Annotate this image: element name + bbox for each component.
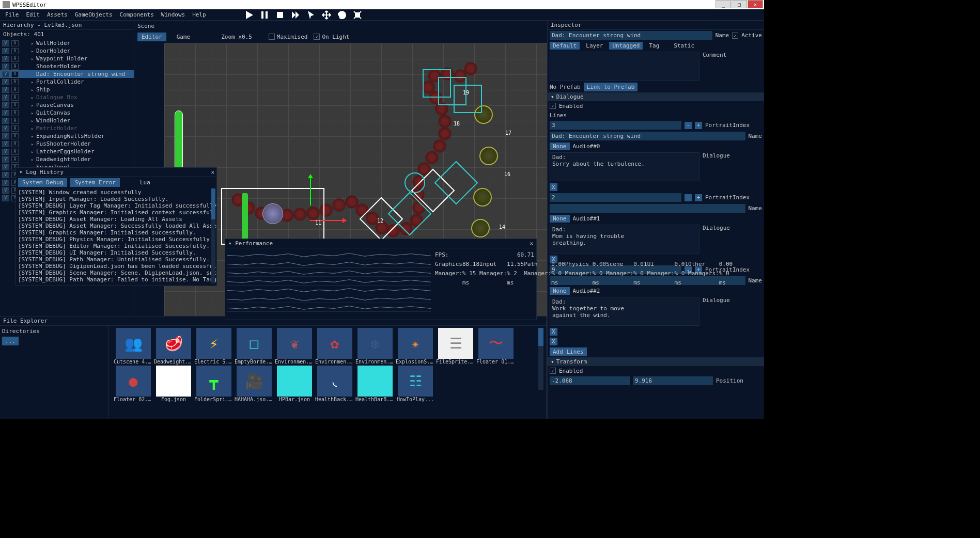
gizmo-y-axis[interactable] (310, 175, 311, 205)
transform-section-header[interactable]: ▾ Transform (548, 357, 764, 366)
stop-icon[interactable] (275, 10, 285, 20)
expand-icon[interactable]: ▸ (31, 80, 36, 85)
active-toggle[interactable]: A (11, 149, 19, 155)
hierarchy-item[interactable]: VA▸WindHolder (0, 117, 134, 124)
asset-item[interactable]: ■Fog.json (154, 366, 193, 402)
asset-item[interactable]: 🎥HAHAHA.jso... (235, 366, 274, 402)
dialogue-text-input[interactable]: Dad: Mom is having trouble breathing. (550, 225, 699, 254)
expand-icon[interactable]: ▸ (31, 141, 36, 147)
position-x-input[interactable] (550, 376, 630, 385)
menu-assets[interactable]: Assets (47, 11, 68, 18)
visibility-toggle[interactable]: V (2, 102, 9, 108)
dialogue-enabled-checkbox[interactable] (550, 103, 556, 109)
asset-item[interactable]: ⚡Electric_S... (194, 328, 234, 365)
visibility-toggle[interactable]: V (2, 156, 9, 163)
hierarchy-item[interactable]: VA▸PauseCanvas (0, 101, 134, 109)
close-button[interactable]: ✕ (748, 0, 763, 8)
active-toggle[interactable]: A (11, 125, 19, 132)
pause-icon[interactable] (259, 10, 270, 20)
tag-untagged[interactable]: Untagged (609, 42, 643, 50)
expand-icon[interactable]: ▸ (31, 87, 36, 92)
asset-item[interactable]: ◟HealthBack... (315, 366, 354, 402)
hierarchy-item[interactable]: VA▸DeadweightHolder (0, 155, 134, 163)
asset-item[interactable]: ✿Environmen... (315, 328, 354, 365)
visibility-toggle[interactable]: V (2, 187, 9, 194)
asset-item[interactable]: ❦Environmen... (275, 328, 314, 365)
scale-icon[interactable] (352, 10, 363, 20)
asset-item[interactable]: 👥Cutscene_4... (114, 328, 153, 365)
tab-game[interactable]: Game (173, 33, 195, 41)
active-toggle[interactable]: A (11, 71, 19, 77)
dialogue-text-input[interactable]: Dad: Work together to move against the w… (550, 297, 699, 326)
visibility-toggle[interactable]: V (2, 118, 9, 124)
active-toggle[interactable]: A (11, 79, 19, 85)
tag-tag[interactable]: Tag (646, 42, 662, 50)
hierarchy-item[interactable]: VADad: Encounter strong wind (0, 70, 134, 78)
asset-item[interactable]: ■HealthBarB... (355, 366, 395, 402)
active-toggle[interactable]: A (11, 102, 19, 108)
visibility-toggle[interactable]: V (2, 48, 9, 54)
visibility-toggle[interactable]: V (2, 87, 9, 93)
hierarchy-item[interactable]: VA▸QuitCanvas (0, 109, 134, 117)
visibility-toggle[interactable]: V (2, 79, 9, 85)
visibility-toggle[interactable]: V (2, 64, 9, 70)
asset-item[interactable]: ☷HowToPlay... (396, 366, 435, 402)
visibility-toggle[interactable]: V (2, 94, 9, 101)
assets-scrollbar[interactable] (538, 328, 543, 390)
lines-count-input[interactable] (550, 121, 681, 130)
maximize-button[interactable]: □ (732, 0, 747, 8)
tag-layer[interactable]: Layer (583, 42, 606, 50)
entry-name-input[interactable] (550, 204, 745, 213)
log-tab-error[interactable]: System Error (70, 178, 119, 187)
transform-enabled-checkbox[interactable] (550, 368, 556, 374)
menu-help[interactable]: Help (192, 11, 206, 18)
step-icon[interactable] (290, 10, 301, 20)
menu-gameobjects[interactable]: GameObjects (75, 11, 113, 18)
object-name-input[interactable] (550, 31, 712, 40)
pointer-icon[interactable] (306, 10, 316, 20)
onlight-checkbox[interactable] (314, 34, 320, 40)
dialogue-name-input[interactable] (550, 132, 745, 140)
log-tab-debug[interactable]: System Debug (18, 178, 67, 187)
visibility-toggle[interactable]: V (2, 110, 9, 116)
active-toggle[interactable]: A (11, 141, 19, 147)
menu-windows[interactable]: Windows (161, 11, 185, 18)
active-toggle[interactable]: A (11, 133, 19, 139)
entry-remove[interactable]: X (550, 183, 557, 191)
portrait-increment[interactable]: + (695, 194, 702, 201)
visibility-toggle[interactable]: V (2, 149, 9, 155)
dialogue-text-input[interactable]: Dad: Sorry about the turbulence. (550, 152, 699, 181)
expand-icon[interactable]: ▸ (31, 103, 36, 108)
audio-none-tag[interactable]: None (550, 143, 570, 150)
expand-icon[interactable]: ▸ (31, 95, 36, 100)
visibility-toggle[interactable]: V (2, 172, 9, 178)
perf-close-button[interactable]: ✕ (530, 240, 533, 247)
portrait-index-input[interactable] (550, 193, 681, 202)
asset-item[interactable]: ✴ExplosionS... (396, 328, 435, 365)
asset-item[interactable]: ●Floater_02... (114, 366, 153, 402)
hierarchy-item[interactable]: VA▸PortalCollider (0, 78, 134, 86)
asset-item[interactable]: ┳FolderSpri... (194, 366, 234, 402)
hierarchy-item[interactable]: VA▸PusShooterHolder (0, 140, 134, 148)
hierarchy-item[interactable]: VA▸Waypoint Holder (0, 55, 134, 62)
expand-icon[interactable]: ▸ (31, 126, 36, 131)
comment-textarea[interactable] (550, 52, 699, 81)
active-toggle[interactable]: A (11, 40, 19, 46)
asset-item[interactable]: 〜Floater_01... (476, 328, 516, 365)
expand-icon[interactable]: ▸ (31, 157, 36, 162)
hierarchy-item[interactable]: VA▸ExpandingWallsHolder (0, 132, 134, 140)
portrait-decrement[interactable]: - (685, 194, 692, 201)
minimize-button[interactable]: _ (715, 0, 731, 8)
audio-none-tag[interactable]: None (550, 287, 570, 295)
play-icon[interactable] (244, 10, 254, 20)
visibility-toggle[interactable]: V (2, 141, 9, 147)
visibility-toggle[interactable]: V (2, 180, 9, 186)
position-y-input[interactable] (633, 376, 713, 385)
active-checkbox[interactable] (732, 33, 738, 39)
hierarchy-item[interactable]: VA▸DoorHolder (0, 47, 134, 55)
expand-icon[interactable]: ▸ (31, 134, 36, 139)
log-tab-lua[interactable]: Lua (136, 178, 154, 187)
lines-increment[interactable]: + (695, 122, 702, 129)
visibility-toggle[interactable]: V (2, 40, 9, 46)
visibility-toggle[interactable]: V (2, 133, 9, 139)
